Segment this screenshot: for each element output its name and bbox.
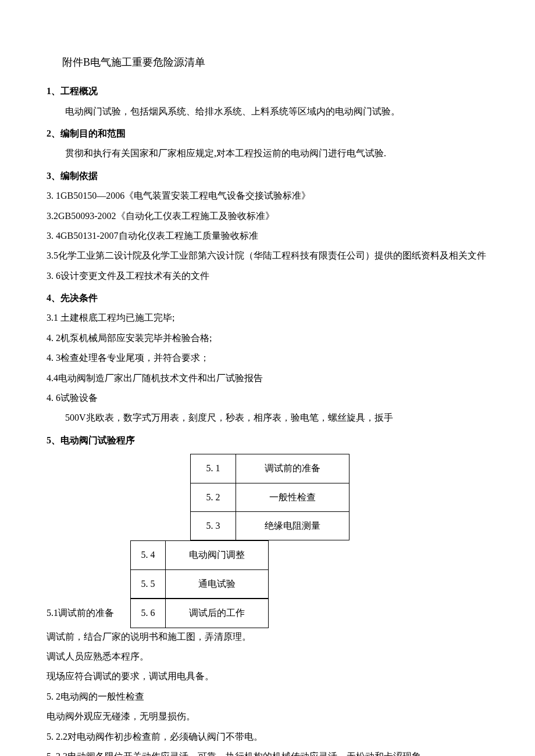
para-5-1c: 现场应符合调试的要求，调试用电具备。 (47, 668, 488, 685)
row-5-6-wrap: 5.1调试前的准备 5. 6 调试后的工作 (47, 599, 488, 628)
para-5-2b: 5. 2.2对电动阀作初步检查前，必须确认阀门不带电。 (47, 728, 488, 746)
item-3-4: 3.5化学工业第二设计院及化学工业部第六设计院（华陆工程科技有限责任公司）提供的… (47, 247, 488, 264)
step-num: 5. 5 (131, 569, 166, 598)
step-text: 调试前的准备 (236, 454, 349, 483)
table-row: 5. 2 一般性检查 (191, 483, 349, 511)
heading-1: 1、工程概况 (47, 83, 488, 100)
step-num: 5. 2 (191, 483, 236, 511)
item-4-3: 4. 3检查处理各专业尾项，并符合要求； (47, 349, 488, 367)
step-text: 调试后的工作 (166, 599, 269, 628)
table-row: 5. 4 电动阀门调整 (131, 541, 269, 569)
item-3-1: 3. 1GB50150—2006《电气装置安装工程电气设备交接试验标准》 (47, 187, 488, 205)
para-2-1: 贯彻和执行有关国家和厂家相应规定,对本工程投运前的电动阀门进行电气试验. (47, 145, 488, 162)
para-5-2c: 5. 2.3电动阀各限位开关动作应灵活、可靠。执行机构的机械传动应灵活，无松动和… (47, 748, 488, 756)
document-root: 附件B电气施工重要危险源清单 1、工程概况 电动阀门试验，包括烟风系统、给排水系… (47, 52, 488, 756)
item-4-2: 4. 2机泵机械局部应安装完毕并检验合格; (47, 329, 488, 347)
para-5-2: 5. 2电动阀的一般性检查 (47, 688, 488, 705)
para-5-2a: 电动阀外观应无碰漆，无明显损伤。 (47, 708, 488, 725)
step-num: 5. 3 (191, 512, 236, 540)
item-3-2: 3.2GB50093-2002《自动化工仪表工程施工及验收标准》 (47, 207, 488, 225)
step-text: 通电试验 (166, 569, 269, 598)
table-row: 5. 6 调试后的工作 (131, 599, 269, 628)
item-3-3: 3. 4GB50131-2007自动化仪表工程施工质量验收标准 (47, 227, 488, 245)
item-4-5b: 500V兆欧表，数字式万用表，刻度尺，秒表，相序表，验电笔，螺丝旋具，扳手 (47, 409, 488, 427)
item-4-1: 3.1 土建根底工程均已施工完毕; (47, 309, 488, 327)
heading-3: 3、编制依据 (47, 167, 488, 185)
para-5-1b: 调试人员应熟悉本程序。 (47, 648, 488, 665)
page-title: 附件B电气施工重要危险源清单 (47, 52, 488, 72)
step-num: 5. 4 (131, 541, 166, 569)
procedure-table-3: 5. 6 调试后的工作 (130, 599, 269, 628)
para-5-1-label: 5.1调试前的准备 (47, 604, 130, 622)
table-row: 5. 5 通电试验 (131, 569, 269, 598)
procedure-table-2: 5. 4 电动阀门调整 5. 5 通电试验 (130, 540, 269, 599)
item-3-5: 3. 6设计变更文件及工程技术有关的文件 (47, 267, 488, 285)
item-4-4: 4.4电动阀制造厂家出厂随机技术文件和出厂试验报告 (47, 370, 488, 387)
table-row: 5. 3 绝缘电阻测量 (191, 512, 349, 540)
step-text: 绝缘电阻测量 (236, 512, 349, 540)
step-num: 5. 1 (191, 454, 236, 483)
heading-4: 4、先决条件 (47, 289, 488, 307)
heading-5: 5、电动阀门试验程序 (47, 432, 488, 449)
para-1-1: 电动阀门试验，包括烟风系统、给排水系统、上料系统等区域内的电动阀门试验。 (47, 103, 488, 120)
item-4-5: 4. 6试验设备 (47, 389, 488, 407)
step-text: 一般性检查 (236, 483, 349, 511)
step-text: 电动阀门调整 (166, 541, 269, 569)
heading-2: 2、编制目的和范围 (47, 125, 488, 142)
procedure-table-1: 5. 1 调试前的准备 5. 2 一般性检查 5. 3 绝缘电阻测量 (190, 454, 349, 540)
para-5-1a: 调试前，结合厂家的说明书和施工图，弄清原理。 (47, 628, 488, 646)
table-row: 5. 1 调试前的准备 (191, 454, 349, 483)
step-num: 5. 6 (131, 599, 166, 628)
